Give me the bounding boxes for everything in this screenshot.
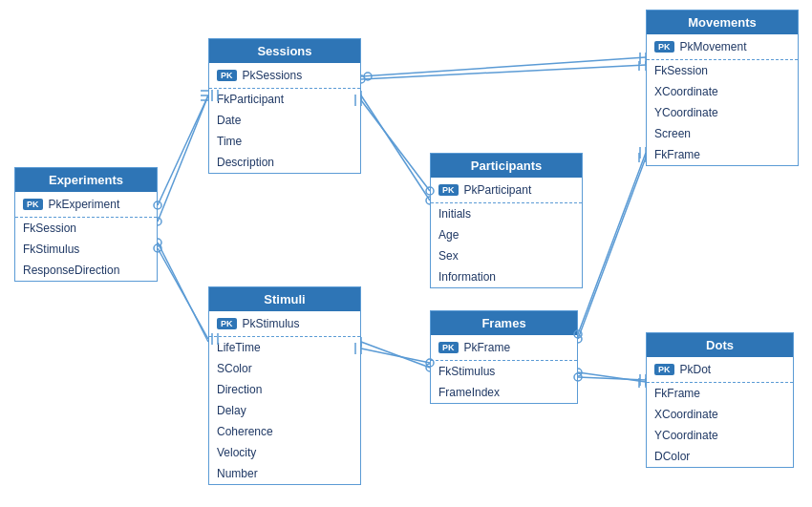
field-row-time: Time	[209, 131, 360, 152]
sessions-table-header: Sessions	[209, 39, 360, 63]
frames-table: Frames PK PkFrame FkStimulus FrameIndex	[430, 310, 578, 404]
pk-badge: PK	[23, 199, 43, 210]
field-row-frameindex: FrameIndex	[431, 382, 577, 403]
experiments-pk-field: PK PkExperiment	[15, 194, 157, 215]
svg-line-16	[578, 158, 646, 339]
field-row-ycoordinate-dots: YCoordinate	[647, 425, 793, 446]
field-number: Number	[217, 467, 258, 480]
movements-table: Movements PK PkMovement FkSession XCoord…	[646, 10, 799, 166]
field-delay: Delay	[217, 404, 246, 417]
stimuli-pk-field: PK PkStimulus	[209, 313, 360, 334]
field-age: Age	[438, 228, 459, 242]
field-row-responsedirection: ResponseDirection	[15, 260, 157, 281]
diagram-container: Experiments PK PkExperiment FkSession Fk…	[0, 0, 812, 507]
dots-table-header: Dots	[647, 333, 793, 357]
field-initials: Initials	[438, 207, 471, 221]
field-row-description: Description	[209, 152, 360, 173]
field-row-ycoordinate: YCoordinate	[647, 102, 798, 123]
stimuli-table: Stimuli PK PkStimulus LifeTime SColor Di…	[208, 286, 361, 485]
field-row-fkframe-dots: FkFrame	[647, 383, 793, 404]
field-row-velocity: Velocity	[209, 442, 360, 463]
field-screen: Screen	[654, 127, 691, 140]
field-pkstimulus: PkStimulus	[243, 317, 300, 330]
field-row-fkframe: FkFrame	[647, 144, 798, 165]
field-row-direction: Direction	[209, 379, 360, 400]
pk-badge: PK	[438, 342, 459, 353]
movements-table-body: PK PkMovement FkSession XCoordinate YCoo…	[647, 34, 798, 165]
field-fksession: FkSession	[654, 64, 708, 77]
pk-badge: PK	[217, 318, 237, 329]
svg-line-47	[578, 153, 646, 334]
frames-pk-field: PK PkFrame	[431, 337, 577, 358]
field-description: Description	[217, 156, 274, 169]
svg-line-2	[158, 243, 208, 342]
svg-line-8	[361, 65, 646, 79]
stimuli-table-header: Stimuli	[209, 287, 360, 311]
field-row-information: Information	[431, 266, 582, 287]
field-row-delay: Delay	[209, 400, 360, 421]
field-pkexperiment: PkExperiment	[49, 198, 120, 211]
field-row-lifetime: LifeTime	[209, 337, 360, 358]
field-pkframe: PkFrame	[464, 341, 511, 354]
field-fkframe: FkFrame	[654, 387, 700, 400]
participants-pk-field: PK PkParticipant	[431, 180, 582, 201]
pk-badge: PK	[217, 70, 237, 81]
field-row-date: Date	[209, 110, 360, 131]
field-coherence: Coherence	[217, 425, 273, 438]
field-row-age: Age	[431, 224, 582, 245]
field-pkdot: PkDot	[680, 363, 712, 376]
sessions-pk-field: PK PkSessions	[209, 65, 360, 86]
field-row-scolor: SColor	[209, 358, 360, 379]
field-row-xcoordinate-dots: XCoordinate	[647, 404, 793, 425]
field-row-fkstimulus: FkStimulus	[15, 239, 157, 260]
frames-table-body: PK PkFrame FkStimulus FrameIndex	[431, 335, 577, 403]
field-row-number: Number	[209, 463, 360, 484]
field-ycoordinate: YCoordinate	[654, 429, 718, 442]
stimuli-table-body: PK PkStimulus LifeTime SColor Direction …	[209, 311, 360, 484]
field-fksession: FkSession	[23, 222, 76, 235]
field-lifetime: LifeTime	[217, 341, 261, 354]
field-responsedirection: ResponseDirection	[23, 264, 119, 277]
field-row-xcoordinate: XCoordinate	[647, 81, 798, 102]
field-row-fkparticipant: FkParticipant	[209, 89, 360, 110]
field-velocity: Velocity	[217, 446, 256, 459]
field-fkstimulus: FkStimulus	[438, 365, 495, 378]
svg-point-42	[364, 73, 372, 80]
experiments-table-header: Experiments	[15, 168, 157, 192]
field-row-screen: Screen	[647, 123, 798, 144]
svg-line-27	[158, 95, 208, 205]
experiments-table-body: PK PkExperiment FkSession FkStimulus Res…	[15, 192, 157, 281]
field-row-fkstimulus: FkStimulus	[431, 361, 577, 382]
field-row-fksession: FkSession	[647, 60, 798, 81]
field-frameindex: FrameIndex	[438, 386, 500, 399]
field-xcoordinate: XCoordinate	[654, 85, 718, 98]
field-time: Time	[217, 135, 242, 148]
movements-table-header: Movements	[647, 11, 798, 34]
field-pksessions: PkSessions	[243, 69, 303, 82]
field-date: Date	[217, 114, 241, 127]
svg-line-39	[361, 57, 646, 76]
experiments-table: Experiments PK PkExperiment FkSession Fk…	[14, 167, 158, 282]
pk-badge: PK	[438, 184, 459, 196]
field-row-coherence: Coherence	[209, 421, 360, 442]
field-direction: Direction	[217, 383, 262, 396]
dots-table: Dots PK PkDot FkFrame XCoordinate YCoord…	[646, 332, 794, 468]
svg-line-31	[158, 248, 208, 339]
frames-table-header: Frames	[431, 311, 577, 335]
svg-line-43	[361, 349, 430, 363]
field-dcolor: DColor	[654, 450, 690, 463]
participants-table: Participants PK PkParticipant Initials A…	[430, 153, 583, 288]
field-pkparticipant: PkParticipant	[464, 183, 532, 197]
pk-badge: PK	[654, 41, 674, 53]
field-information: Information	[438, 270, 496, 284]
field-pkmovement: PkMovement	[680, 40, 747, 53]
svg-line-35	[361, 100, 430, 191]
pk-badge: PK	[654, 364, 674, 375]
sessions-table: Sessions PK PkSessions FkParticipant Dat…	[208, 38, 361, 174]
field-fkframe: FkFrame	[654, 148, 700, 161]
svg-line-12	[361, 342, 430, 368]
field-fkparticipant: FkParticipant	[217, 93, 284, 106]
dots-table-body: PK PkDot FkFrame XCoordinate YCoordinate…	[647, 357, 793, 467]
svg-line-51	[578, 377, 646, 380]
field-row-fksession: FkSession	[15, 218, 157, 239]
